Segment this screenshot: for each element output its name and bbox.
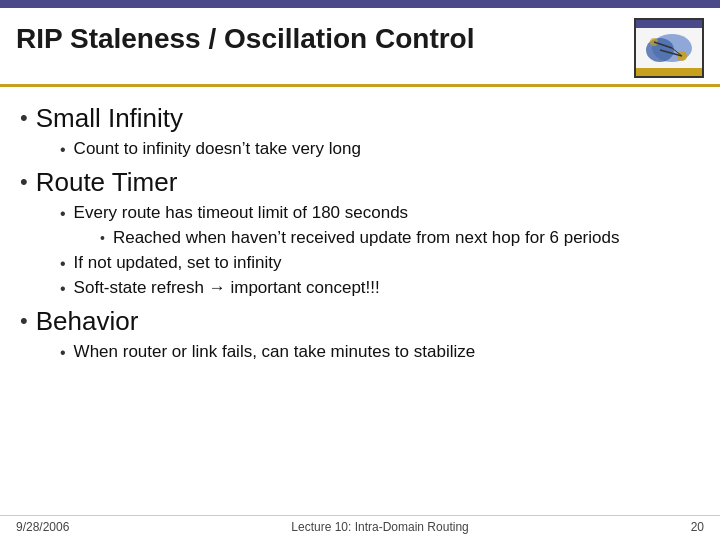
- header: RIP Staleness / Oscillation Control: [0, 8, 720, 87]
- bullet2-subsub1-text: Reached when haven’t received update fro…: [113, 227, 620, 250]
- bullet1-label: Small Infinity: [36, 103, 183, 134]
- bullet2-sub2-dot: •: [60, 255, 66, 273]
- logo-stripe-bottom: [636, 68, 702, 76]
- bullet2-subsub1-dot: •: [100, 230, 105, 246]
- bullet1-sub1-dot: •: [60, 141, 66, 159]
- bullet3-dot: •: [20, 308, 28, 334]
- bullet1-sub1: • Count to infinity doesn’t take very lo…: [60, 138, 700, 161]
- logo-shape: [641, 28, 697, 68]
- footer: 9/28/2006 Lecture 10: Intra-Domain Routi…: [0, 515, 720, 540]
- bullet2-sub3-dot: •: [60, 280, 66, 298]
- top-border: [0, 0, 720, 8]
- footer-lecture: Lecture 10: Intra-Domain Routing: [291, 520, 468, 534]
- bullet2: • Route Timer: [20, 167, 700, 198]
- bullet3: • Behavior: [20, 306, 700, 337]
- logo-box: [634, 18, 704, 78]
- bullet3-label: Behavior: [36, 306, 139, 337]
- bullet1-sub1-text: Count to infinity doesn’t take very long: [74, 138, 361, 161]
- bullet2-label: Route Timer: [36, 167, 178, 198]
- bullet2-subsub1: • Reached when haven’t received update f…: [100, 227, 700, 250]
- bullet2-sub2-text: If not updated, set to infinity: [74, 252, 282, 275]
- slide: RIP Staleness / Oscillation Control: [0, 0, 720, 540]
- logo-area: [634, 18, 704, 78]
- bullet2-sub2: • If not updated, set to infinity: [60, 252, 700, 275]
- bullet2-dot: •: [20, 169, 28, 195]
- logo-svg: [642, 28, 697, 68]
- bullet3-sub1: • When router or link fails, can take mi…: [60, 341, 700, 364]
- bullet1: • Small Infinity: [20, 103, 700, 134]
- footer-date: 9/28/2006: [16, 520, 69, 534]
- bullet2-sub3: • Soft-state refresh → important concept…: [60, 277, 700, 300]
- bullet2-sub3-text: Soft-state refresh → important concept!!…: [74, 277, 380, 300]
- slide-title: RIP Staleness / Oscillation Control: [16, 18, 475, 56]
- logo-stripe-top: [636, 20, 702, 28]
- footer-page: 20: [691, 520, 704, 534]
- bullet3-sub1-text: When router or link fails, can take minu…: [74, 341, 476, 364]
- content: • Small Infinity • Count to infinity doe…: [0, 89, 720, 515]
- bullet3-sub1-dot: •: [60, 344, 66, 362]
- bullet1-dot: •: [20, 105, 28, 131]
- bullet2-sub1-dot: •: [60, 205, 66, 223]
- bullet2-sub1: • Every route has timeout limit of 180 s…: [60, 202, 700, 225]
- bullet2-sub1-text: Every route has timeout limit of 180 sec…: [74, 202, 409, 225]
